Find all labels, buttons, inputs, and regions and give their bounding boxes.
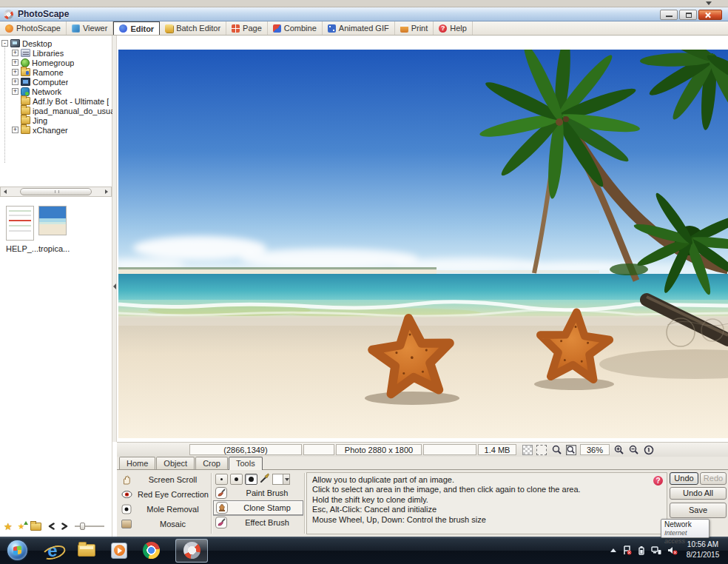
save-button[interactable]: Save [670,503,727,518]
start-button[interactable] [7,540,27,560]
tab-label: Viewer [83,24,107,33]
fullscreen-fit-icon[interactable] [536,445,547,455]
thumbnail-help-document[interactable] [6,206,34,241]
volume-muted-icon[interactable] [667,545,678,555]
tab-batch-editor[interactable]: Batch Editor [160,21,226,35]
windows-explorer-icon[interactable] [78,544,95,557]
minimize-button[interactable] [660,10,678,20]
thumbnail-size-slider[interactable] [75,522,104,531]
undo-all-button[interactable]: Undo All [670,487,727,500]
tool-red-eye-correction[interactable]: Red Eye Correction [118,487,211,502]
brush-size-small-button[interactable] [215,474,228,485]
brush-size-medium-button[interactable] [230,474,243,485]
internet-explorer-icon[interactable]: e [43,541,62,560]
action-center-icon[interactable] [622,545,632,555]
scrollbar-thumb[interactable] [20,188,92,195]
tool-mosaic[interactable]: Mosaic [118,517,211,531]
tool-label: Effect Brush [231,518,303,527]
tree-item-jing[interactable]: Jing [0,115,112,125]
tree-item-label: Computer [33,78,68,87]
tree-item-homegroup[interactable]: +Homegroup [0,58,112,67]
tool-clone-stamp[interactable]: Clone Stamp [213,500,303,515]
combo-dropdown-icon[interactable] [283,474,289,484]
thumbnail-scrollbar[interactable] [0,187,112,197]
starfish-shadow [365,392,459,405]
favorites-icon[interactable]: ★ [4,522,13,531]
tree-item-desktop[interactable]: -Desktop [0,38,112,48]
back-button[interactable] [47,522,55,531]
tool-paint-brush[interactable]: Paint Brush [213,486,303,500]
zoom-100-button[interactable] [644,445,654,455]
tree-expander[interactable]: + [12,127,18,133]
eyedropper-icon[interactable] [260,473,270,485]
zoom-level-readout[interactable]: 36% [580,444,610,455]
scroll-right-arrow[interactable] [102,187,111,196]
tree-item-label: Jing [33,116,47,125]
tab-page[interactable]: Page [226,21,268,35]
scroll-left-arrow[interactable] [1,187,10,196]
tree-expander[interactable]: + [12,50,18,56]
zoom-actual-button[interactable] [552,445,562,455]
brush-size-row [213,472,303,486]
tab-help[interactable]: Help [434,21,473,35]
redo-button[interactable]: Redo [700,472,727,485]
transparency-checker-icon[interactable] [522,445,533,455]
tool-label: Red Eye Correction [135,490,211,499]
chrome-icon[interactable] [143,542,160,559]
close-button[interactable] [698,10,722,20]
forward-button[interactable] [61,522,70,531]
tree-item-computer[interactable]: +Computer [0,77,112,87]
tree-expander[interactable]: + [12,69,18,75]
power-icon[interactable] [638,545,645,555]
status-segment-empty [303,444,334,455]
tree-expander[interactable]: + [12,59,18,66]
photo-beach-starfish[interactable] [118,50,728,438]
network-tray-icon[interactable] [651,545,661,555]
media-player-icon[interactable] [111,543,127,559]
window-titlebar[interactable]: PhotoScape [0,7,728,21]
undo-button[interactable]: Undo [670,472,698,485]
brush-option-combo[interactable] [272,474,290,485]
tree-expander[interactable]: - [1,40,8,47]
show-hidden-icons[interactable] [610,548,616,552]
slider-knob[interactable] [80,523,85,530]
tree-expander[interactable]: + [12,88,18,95]
tool-mole-removal[interactable]: Mole Removal [118,502,211,517]
folder-icon [21,126,30,134]
tab-tools[interactable]: Tools [229,457,263,470]
zoom-fit-button[interactable] [566,445,576,455]
photoscape-taskbar-button[interactable] [175,539,208,563]
tree-item-libraries[interactable]: +Libraries [0,48,112,58]
tab-print[interactable]: Print [395,21,434,35]
tree-item-label: Desktop [22,39,52,48]
tab-object[interactable]: Object [156,457,195,469]
tab-home[interactable]: Home [119,457,155,469]
maximize-button[interactable] [679,10,697,20]
tool-list-left: Screen Scroll Red Eye Correction Mole Re… [118,472,211,531]
tab-animated-gif[interactable]: Animated GIF [323,21,395,35]
description-line: Esc, Alt-Click: Cancel and initialize [312,505,661,514]
tree-item-ipad-manual[interactable]: ipad_manual_do_usua [0,106,112,115]
help-question-icon[interactable]: ? [653,476,663,486]
tree-item-ramone[interactable]: +Ramone [0,67,112,77]
description-line: Allow you to duplicate part of an image. [312,475,661,485]
tab-viewer[interactable]: Viewer [67,21,113,35]
tree-expander[interactable]: + [12,78,18,85]
tree-item-xchanger[interactable]: +xChanger [0,125,112,135]
tool-screen-scroll[interactable]: Screen Scroll [118,472,211,487]
thumbnail-tropical-image[interactable] [38,206,67,235]
tree-item-adfly[interactable]: Adf.ly Bot - Ultimate [ [0,96,112,106]
tab-crop[interactable]: Crop [195,457,228,469]
tab-editor[interactable]: Editor [113,21,160,35]
tab-combine[interactable]: Combine [268,21,323,35]
tab-photoscape[interactable]: PhotoScape [0,21,67,35]
zoom-in-button[interactable] [614,445,624,455]
tab-label: Page [243,24,262,33]
tab-label: Batch Editor [176,24,220,33]
brush-size-large-button[interactable] [245,474,257,485]
tree-item-network[interactable]: +Network [0,87,112,96]
add-favorite-icon[interactable]: ★ [18,523,25,531]
tool-effect-brush[interactable]: Effect Brush [213,515,303,530]
open-folder-icon[interactable] [30,523,41,531]
zoom-out-button[interactable] [629,445,639,455]
